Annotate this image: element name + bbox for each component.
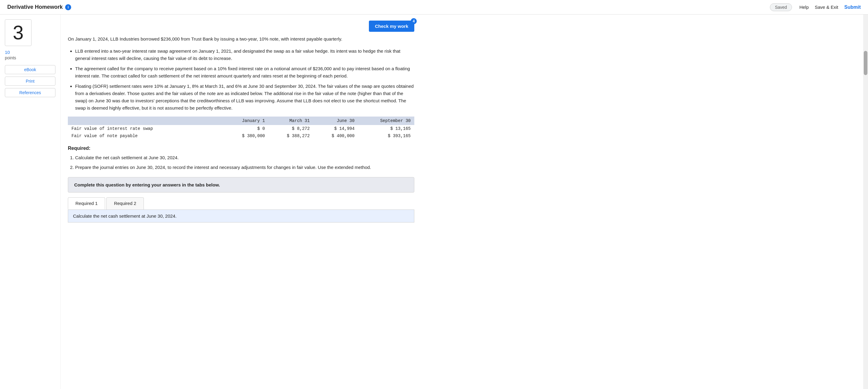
points-value: 10 — [5, 50, 55, 55]
info-icon[interactable]: i — [65, 4, 71, 10]
print-button[interactable]: Print — [5, 76, 55, 86]
bullet-item-3: Floating (SOFR) settlement rates were 10… — [75, 83, 414, 112]
references-button[interactable]: References — [5, 88, 55, 97]
question-intro: On January 1, 2024, LLB Industries borro… — [68, 35, 414, 43]
question-number: 3 — [13, 22, 24, 44]
header: Derivative Homework i Saved Help Save & … — [0, 0, 868, 14]
col-header-mar31: March 31 — [269, 117, 313, 125]
check-work-badge: 4 — [411, 18, 417, 24]
data-table-wrapper: January 1 March 31 June 30 September 30 … — [68, 117, 414, 139]
scrollbar[interactable] — [863, 14, 868, 389]
header-title: Derivative Homework i — [7, 4, 71, 10]
bullet-item-1: LLB entered into a two-year interest rat… — [75, 47, 414, 62]
question-number-box: 3 — [5, 20, 31, 46]
page-title: Derivative Homework — [7, 4, 63, 10]
tab-required-2[interactable]: Required 2 — [106, 197, 144, 209]
swap-label: Fair value of interest rate swap — [68, 125, 224, 132]
required-item-1: Calculate the net cash settlement at Jun… — [75, 154, 414, 161]
save-exit-button[interactable]: Save & Exit — [815, 4, 838, 10]
note-label: Fair value of note payable — [68, 132, 224, 139]
help-link[interactable]: Help — [799, 4, 809, 10]
sidebar: 3 10 points eBook Print References — [0, 14, 61, 389]
swap-jun30: $ 14,994 — [313, 125, 358, 132]
col-header-jan1: January 1 — [224, 117, 269, 125]
submit-button[interactable]: Submit — [844, 4, 861, 10]
note-jun30: $ 400,000 — [313, 132, 358, 139]
bullet-item-2: The agreement called for the company to … — [75, 65, 414, 79]
col-header-jun30: June 30 — [313, 117, 358, 125]
ebook-button[interactable]: eBook — [5, 65, 55, 74]
content-area: Check my work 4 On January 1, 2024, LLB … — [61, 14, 424, 389]
table-row-swap: Fair value of interest rate swap $ 0 $ 8… — [68, 125, 414, 132]
swap-sep30: $ 13,165 — [358, 125, 414, 132]
tab-content-text: Calculate the net cash settlement at Jun… — [73, 214, 177, 219]
check-work-container: Check my work 4 — [68, 21, 414, 32]
points-label: points — [5, 55, 55, 60]
bullet-list: LLB entered into a two-year interest rat… — [75, 47, 414, 112]
tabs-container: Required 1 Required 2 — [68, 197, 414, 210]
tab-content-area: Calculate the net cash settlement at Jun… — [68, 210, 414, 223]
table-row-note: Fair value of note payable $ 380,000 $ 3… — [68, 132, 414, 139]
tab-required-1[interactable]: Required 1 — [68, 197, 105, 209]
note-sep30: $ 393,165 — [358, 132, 414, 139]
swap-mar31: $ 8,272 — [269, 125, 313, 132]
required-heading: Required: — [68, 145, 414, 151]
complete-box-text: Complete this question by entering your … — [74, 182, 220, 187]
complete-box: Complete this question by entering your … — [68, 177, 414, 193]
swap-jan1: $ 0 — [224, 125, 269, 132]
check-work-button[interactable]: Check my work — [369, 21, 414, 32]
scrollbar-thumb[interactable] — [864, 51, 867, 75]
col-header-label — [68, 117, 224, 125]
saved-badge: Saved — [770, 3, 792, 11]
main-container: 3 10 points eBook Print References Check… — [0, 14, 868, 389]
required-item-2: Prepare the journal entries on June 30, … — [75, 164, 414, 171]
note-jan1: $ 380,000 — [224, 132, 269, 139]
col-header-sep30: September 30 — [358, 117, 414, 125]
note-mar31: $ 388,272 — [269, 132, 313, 139]
required-list: Calculate the net cash settlement at Jun… — [75, 154, 414, 171]
fair-value-table: January 1 March 31 June 30 September 30 … — [68, 117, 414, 139]
